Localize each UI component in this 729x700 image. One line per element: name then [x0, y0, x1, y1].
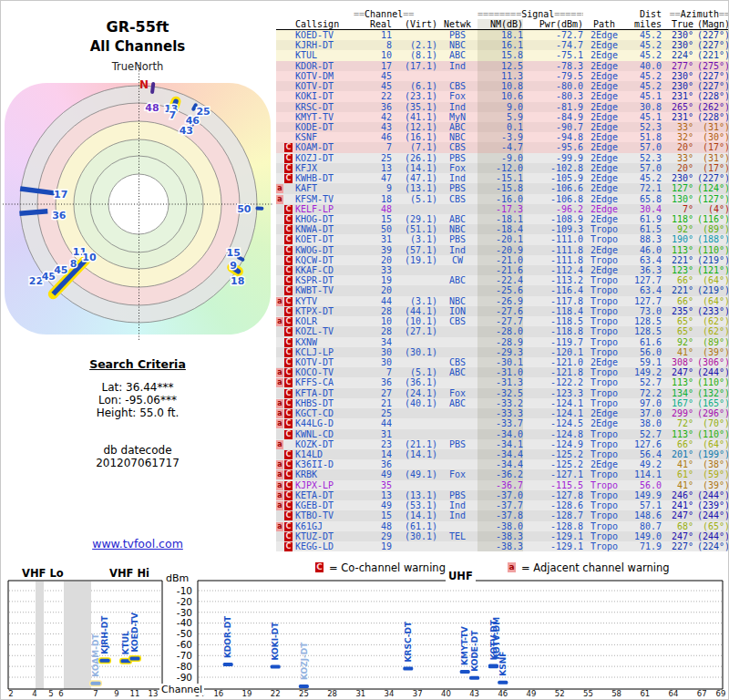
- table-row: CKFTA-DT27(24.1)Fox-32.5-123.3Tropo72.21…: [276, 388, 729, 398]
- cell-path: Tropo: [583, 326, 625, 336]
- cell-virtual-channel: (19.1): [392, 255, 437, 265]
- cell-power: -118.5: [523, 316, 583, 326]
- tvfool-link[interactable]: www.tvfool.com: [92, 537, 183, 551]
- dbm-tick-label: -20: [177, 596, 192, 607]
- warn-a-cell: [276, 102, 284, 112]
- cell-power: -78.3: [523, 61, 583, 71]
- cell-callsign: KWHB-DT: [293, 173, 354, 183]
- cell-path: 2Edge: [583, 357, 625, 367]
- cell-virtual-channel: [392, 418, 437, 428]
- warn-a-cell: a: [276, 398, 284, 408]
- cell-noise-margin: -15.1: [477, 173, 523, 183]
- dbm-tick-label: -50: [177, 628, 192, 639]
- cell-power: -128.6: [523, 500, 583, 510]
- cell-miles: 45.2: [625, 40, 662, 50]
- cell-network: [437, 418, 477, 428]
- cell-real-channel: 15: [354, 510, 392, 520]
- signal-bar-label: KSNF: [498, 652, 508, 676]
- co-channel-warning-icon: C: [284, 542, 293, 551]
- table-row: KOED-TV11PBS18.1-72.72Edge45.2230°(227°): [276, 30, 729, 40]
- co-channel-warning-icon: C: [284, 501, 293, 510]
- cell-noise-margin: -18.4: [477, 224, 523, 234]
- cell-true-azimuth: 230°: [662, 173, 693, 183]
- cell-true-azimuth: 299°: [662, 408, 693, 418]
- cell-path: Tropo: [583, 388, 625, 398]
- cell-callsign: KOTV-DT: [293, 81, 354, 91]
- signal-bar: [498, 681, 508, 685]
- cell-virtual-channel: (29.1): [392, 214, 437, 224]
- cell-true-azimuth: 113°: [662, 377, 693, 387]
- cell-path: Tropo: [583, 500, 625, 510]
- cell-miles: 148.6: [625, 510, 662, 520]
- cell-power: -80.3: [523, 91, 583, 101]
- cell-real-channel: 28: [354, 306, 392, 316]
- cell-power: -90.7: [523, 122, 583, 132]
- cell-path: 2Edge: [583, 122, 625, 132]
- cell-callsign: KOZJ-DT: [293, 153, 354, 163]
- radar-channel-label: 17: [54, 189, 67, 201]
- cell-virtual-channel: (49.1): [392, 469, 437, 479]
- cell-true-azimuth: 41°: [662, 480, 693, 490]
- cell-virtual-channel: (51.1): [392, 224, 437, 234]
- cell-real-channel: 35: [354, 480, 392, 490]
- cell-true-azimuth: 224°: [662, 50, 693, 60]
- station-table: ==Channel==========Signal========Dist==A…: [276, 9, 729, 551]
- cell-path: 2Edge: [583, 153, 625, 163]
- cell-virtual-channel: (57.1): [392, 245, 437, 255]
- cell-noise-margin: 11.3: [477, 71, 523, 81]
- warn-c-cell: C: [284, 337, 293, 347]
- cell-network: [437, 337, 477, 347]
- cell-power: -72.7: [523, 30, 583, 40]
- cell-true-azimuth: 113°: [662, 245, 693, 255]
- table-row: CKQCW-DT20(19.1)CW-21.0-111.8Tropo63.422…: [276, 255, 729, 265]
- cell-real-channel: 33: [354, 265, 392, 275]
- cell-power: -113.2: [523, 275, 583, 285]
- table-row: KSNF46(16.1)NBC-3.9-94.82Edge51.832°(30°…: [276, 132, 729, 142]
- co-channel-warning-icon: C: [284, 297, 293, 306]
- cell-noise-margin: -25.6: [477, 285, 523, 295]
- cell-callsign: KODE-DT: [293, 122, 354, 132]
- cell-path: Tropo: [583, 510, 625, 520]
- cell-virtual-channel: [392, 357, 437, 367]
- cell-real-channel: 7: [354, 367, 392, 377]
- cell-noise-margin: -37.7: [477, 500, 523, 510]
- cell-network: Fox: [437, 163, 477, 173]
- cell-true-azimuth: 65°: [662, 316, 693, 326]
- warn-c-cell: [284, 40, 293, 50]
- cell-miles: 72.1: [625, 183, 662, 193]
- cell-miles: 45.2: [625, 30, 662, 40]
- cell-path: Tropo: [583, 347, 625, 357]
- cell-power: -122.2: [523, 377, 583, 387]
- cell-magnetic-azimuth: (199°): [693, 449, 729, 459]
- cell-real-channel: 9: [354, 183, 392, 193]
- cell-power: -106.8: [523, 194, 583, 204]
- cell-magnetic-azimuth: (31°): [693, 153, 729, 163]
- cell-network: [437, 429, 477, 439]
- cell-real-channel: 20: [354, 285, 392, 295]
- co-channel-warning-icon: C: [284, 338, 293, 347]
- cell-network: Ind: [437, 61, 477, 71]
- cell-real-channel: 17: [354, 61, 392, 71]
- cell-callsign: KWBT-TV: [293, 285, 354, 295]
- cell-magnetic-azimuth: (219°): [693, 255, 729, 265]
- co-channel-warning-icon: C: [284, 389, 293, 398]
- cell-true-azimuth: 66°: [662, 439, 693, 449]
- cell-noise-margin: -34.0: [477, 429, 523, 439]
- cell-virtual-channel: (7.1): [392, 142, 437, 152]
- warn-a-cell: a: [276, 439, 284, 449]
- station-table-header: ==Channel==========Signal========Dist==A…: [276, 9, 729, 30]
- cell-power: -74.7: [523, 40, 583, 50]
- cell-power: -115.5: [523, 480, 583, 490]
- cell-path: 2Edge: [583, 61, 625, 71]
- cell-miles: 128.5: [625, 316, 662, 326]
- cell-network: ION: [437, 306, 477, 316]
- channel-tick-label: 49: [527, 689, 537, 698]
- warn-c-cell: C: [284, 285, 293, 295]
- co-channel-warning-icon: C: [284, 317, 293, 326]
- cell-network: Ind: [437, 102, 477, 112]
- cell-path: 2Edge: [583, 204, 625, 214]
- dbm-axis-label: dBm: [164, 572, 190, 584]
- cell-network: ABC: [437, 275, 477, 285]
- cell-virtual-channel: [392, 408, 437, 418]
- cell-network: PBS: [437, 30, 477, 40]
